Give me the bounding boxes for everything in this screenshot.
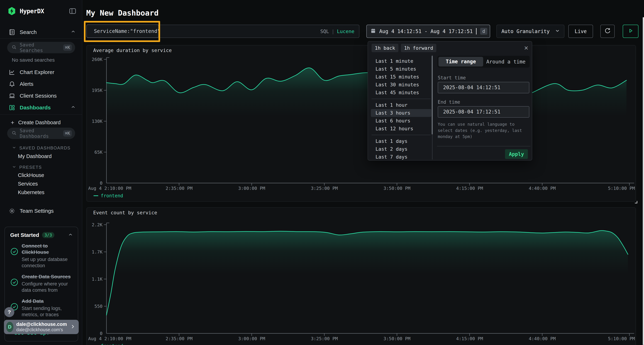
shortcut-badge: ⌘K (63, 130, 72, 137)
relative-time-option[interactable]: Last 12 hours (371, 125, 431, 133)
sidebar-item-label: Alerts (20, 81, 34, 87)
x-axis-tick-label: 4:40:00 PM (529, 336, 556, 341)
shift-back-button[interactable]: 1h back (372, 44, 398, 52)
sidebar-item-label: Client Sessions (20, 93, 57, 99)
live-button[interactable]: Live (568, 25, 593, 38)
onboarding-step-connect[interactable]: Connect to ClickHouse Set up your databa… (10, 243, 73, 269)
lucene-toggle[interactable]: Lucene (337, 28, 354, 34)
start-time-input[interactable]: 2025-08-04 14:12:51 (438, 82, 529, 93)
chevron-up-icon[interactable] (68, 232, 73, 238)
page-title: My New Dashboard (86, 8, 159, 17)
line-chart-event-count: 2.2K1.7K1.1K5500Aug 4 2:10:00 PM2:35:00 … (87, 208, 636, 345)
end-time-input[interactable]: 2025-08-04 17:12:51 (438, 106, 529, 118)
step-title: Connect to ClickHouse (22, 243, 73, 255)
chevron-down-icon (12, 164, 16, 170)
tab-around-a-time[interactable]: Around a time (483, 59, 528, 65)
step-title: Create Data Sources (22, 274, 73, 280)
divider (0, 114, 82, 115)
y-axis-tick-label: 65K (94, 150, 102, 155)
dashboard-filter-input[interactable]: ServiceName:"frontend" SQL | Lucene (86, 25, 360, 38)
relative-time-option[interactable]: Last 30 minutes (371, 81, 431, 89)
granularity-value: Auto Granularity (502, 28, 550, 34)
shortcut-badge: d (480, 28, 487, 35)
relative-time-option[interactable]: Last 15 minutes (371, 73, 431, 81)
relative-time-option[interactable]: Last 6 hours (371, 117, 431, 125)
chart-panel-average-duration[interactable]: Average duration by service 260K195K130K… (86, 45, 636, 202)
query-language-toggle: SQL | Lucene (320, 28, 359, 34)
legend-swatch (94, 195, 98, 196)
divider (0, 38, 82, 39)
sidebar-item-client-sessions[interactable]: Client Sessions (0, 91, 82, 101)
no-saved-searches-text: No saved searches (12, 57, 55, 63)
shortcut-badge: ⌘K (63, 44, 72, 51)
relative-time-option[interactable]: Last 1 hour (371, 101, 431, 109)
granularity-select[interactable]: Auto Granularity (496, 25, 564, 38)
saved-dashboards-placeholder: Saved Dashboards (20, 128, 60, 139)
check-circle-icon (10, 243, 18, 269)
bell-icon (8, 81, 16, 87)
page-scrollbar[interactable] (643, 17, 644, 345)
toggle-divider: | (332, 28, 334, 34)
create-dashboard-button[interactable]: + Create Dashboard (0, 117, 82, 127)
relative-time-option[interactable]: Last 2 days (371, 145, 431, 153)
search-icon (12, 44, 17, 50)
divider (372, 99, 430, 99)
legend-label: frontend (101, 343, 123, 345)
query-text[interactable]: ServiceName:"frontend" (86, 24, 159, 38)
chart-legend[interactable]: frontend (94, 343, 123, 345)
play-button[interactable] (623, 25, 638, 38)
sidebar-item-dashboards[interactable]: Dashboards (0, 103, 82, 113)
preset-link-services[interactable]: Services (18, 181, 38, 187)
relative-time-option[interactable]: Last 45 minutes (371, 89, 431, 96)
sidebar-item-team-settings[interactable]: Team Settings (0, 206, 82, 216)
refresh-button[interactable] (600, 25, 615, 38)
hyperdx-app: HyperDX Search Saved Searches ⌘K No save… (0, 0, 644, 345)
list-scrollbar-thumb[interactable] (432, 56, 433, 134)
time-range-input[interactable]: Aug 4 14:12:51 - Aug 4 17:12:51 d (366, 25, 490, 38)
time-picker-popover: 1h back 1h forward × Last 1 minuteLast 5… (368, 41, 532, 161)
chart-panel-event-count[interactable]: Event count by service 2.2K1.7K1.1K5500A… (86, 207, 636, 345)
x-axis-tick-label: 2:35:00 PM (166, 336, 193, 341)
relative-time-option[interactable]: Last 1 minute (371, 57, 431, 65)
preset-link-kubernetes[interactable]: Kubernetes (18, 189, 44, 195)
sidebar-item-search[interactable]: Search (0, 27, 82, 37)
logo-row: HyperDX (7, 5, 76, 17)
section-presets[interactable]: PRESETS (12, 164, 42, 170)
saved-searches-placeholder: Saved Searches (20, 42, 60, 53)
start-time-label: Start time (438, 75, 466, 80)
sql-toggle[interactable]: SQL (320, 28, 329, 34)
create-dashboard-label: Create Dashboard (18, 120, 61, 125)
section-saved-dashboards[interactable]: SAVED DASHBOARDS (12, 145, 70, 151)
section-label: SAVED DASHBOARDS (19, 145, 70, 150)
saved-dashboard-link[interactable]: My Dashboard (18, 153, 52, 159)
y-axis-tick-label: 1.7K (92, 249, 102, 255)
chart-legend[interactable]: frontend (94, 193, 123, 198)
help-button[interactable]: ? (4, 307, 14, 317)
sidebar-collapse-button[interactable] (69, 7, 76, 15)
user-menu[interactable]: D dale@clickhouse.com dale@clickhouse.co… (4, 320, 79, 334)
x-axis-tick-label: 5:10:00 PM (608, 336, 635, 341)
y-axis-tick-label: 130K (92, 119, 102, 124)
preset-link-clickhouse[interactable]: ClickHouse (18, 172, 44, 178)
relative-time-option[interactable]: Last 7 days (371, 153, 431, 161)
apply-button[interactable]: Apply (505, 149, 528, 159)
shift-forward-button[interactable]: 1h forward (401, 44, 436, 52)
chevron-down-icon (12, 145, 16, 151)
onboarding-step-data-sources[interactable]: Create Data Sources Configure where your… (10, 274, 73, 293)
relative-time-option[interactable]: Last 3 hours (371, 109, 431, 117)
line-chart-average-duration: 260K195K130K65K0Aug 4 2:10:00 PM2:35:00 … (87, 45, 636, 202)
relative-time-option[interactable]: Last 1 days (371, 137, 431, 145)
chevron-up-icon (70, 104, 76, 111)
saved-dashboards-input[interactable]: Saved Dashboards ⌘K (7, 128, 75, 139)
x-axis-tick-label: 5:10:00 PM (608, 186, 635, 191)
x-axis-tick-label: 3:25:00 PM (311, 336, 338, 341)
y-axis-tick-label: 195K (92, 88, 102, 93)
hyperdx-logo-icon (7, 6, 16, 16)
x-axis-tick-label: 4:15:00 PM (456, 336, 483, 341)
onboarding-step-add-data[interactable]: Add Data Start sending logs, metrics, or… (10, 298, 73, 318)
tab-time-range[interactable]: Time range (438, 57, 483, 66)
sidebar-item-chart-explorer[interactable]: Chart Explorer (0, 67, 82, 77)
relative-time-option[interactable]: Last 5 minutes (371, 65, 431, 73)
sidebar-item-alerts[interactable]: Alerts (0, 79, 82, 89)
saved-searches-input[interactable]: Saved Searches ⌘K (7, 42, 75, 53)
